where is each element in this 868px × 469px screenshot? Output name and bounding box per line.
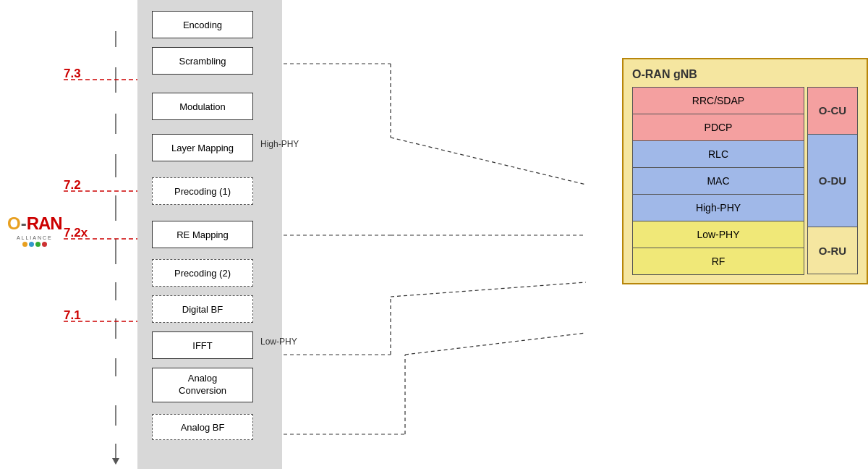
gnb-block-rf: RF	[632, 248, 804, 275]
logo-circle-orange	[22, 242, 27, 247]
label-low-phy: Low-PHY	[260, 337, 297, 347]
logo-circle-red	[42, 242, 47, 247]
block-modulation: Modulation	[152, 93, 253, 120]
main-container: O - RAN ALLIANCE 7.3 7.2 7.2x 7.1 Encodi…	[0, 0, 868, 469]
block-scrambling: Scrambling	[152, 47, 253, 75]
logo-o: O	[7, 214, 21, 234]
logo-ran: RAN	[27, 214, 62, 234]
gnb-block-pdcp: PDCP	[632, 114, 804, 141]
gnb-outer-box: O-RAN gNB RRC/SDAP PDCP RLC MAC High-PHY…	[622, 58, 868, 284]
label-oru: O-RU	[807, 227, 858, 274]
svg-line-2	[391, 138, 586, 185]
block-digital-bf: Digital BF	[152, 295, 253, 323]
oran-logo: O - RAN ALLIANCE	[7, 214, 62, 247]
block-ifft: IFFT	[152, 331, 253, 359]
split-label-7-1: 7.1	[64, 308, 81, 323]
gnb-block-high-phy: High-PHY	[632, 194, 804, 221]
middle-section: Encoding Scrambling Modulation Layer Map…	[116, 0, 326, 469]
block-encoding: Encoding	[152, 11, 253, 38]
block-re-mapping: RE Mapping	[152, 221, 253, 248]
split-label-7-2x: 7.2x	[64, 226, 88, 240]
left-section: O - RAN ALLIANCE 7.3 7.2 7.2x 7.1	[0, 0, 116, 469]
label-ocu: O-CU	[807, 87, 858, 135]
block-analog-conversion: AnalogConversion	[152, 368, 253, 402]
logo-dash: -	[21, 214, 27, 234]
gnb-block-mac: MAC	[632, 167, 804, 195]
gnb-section: O-RAN gNB RRC/SDAP PDCP RLC MAC High-PHY…	[622, 58, 868, 284]
svg-line-7	[391, 282, 586, 297]
block-precoding-2: Precoding (2)	[152, 259, 253, 287]
label-odu: O-DU	[807, 134, 858, 228]
gnb-block-rlc: RLC	[632, 140, 804, 168]
block-precoding-1: Precoding (1)	[152, 177, 253, 205]
split-label-7-3: 7.3	[64, 67, 81, 81]
logo-circle-blue	[29, 242, 34, 247]
block-layer-mapping: Layer Mapping	[152, 134, 253, 161]
split-label-7-2: 7.2	[64, 178, 81, 193]
gnb-side-labels: O-CU O-DU O-RU	[807, 87, 858, 274]
gnb-block-low-phy: Low-PHY	[632, 221, 804, 248]
block-analog-bf: Analog BF	[152, 414, 253, 440]
label-high-phy: High-PHY	[260, 139, 299, 149]
svg-line-10	[405, 333, 586, 355]
gnb-block-rrc-sdap: RRC/SDAP	[632, 87, 804, 114]
logo-alliance: ALLIANCE	[17, 235, 53, 240]
logo-circle-green	[35, 242, 41, 247]
gnb-inner: RRC/SDAP PDCP RLC MAC High-PHY Low-PHY R…	[632, 87, 858, 274]
gnb-title: O-RAN gNB	[632, 68, 858, 81]
gnb-protocol-blocks: RRC/SDAP PDCP RLC MAC High-PHY Low-PHY R…	[632, 87, 804, 274]
